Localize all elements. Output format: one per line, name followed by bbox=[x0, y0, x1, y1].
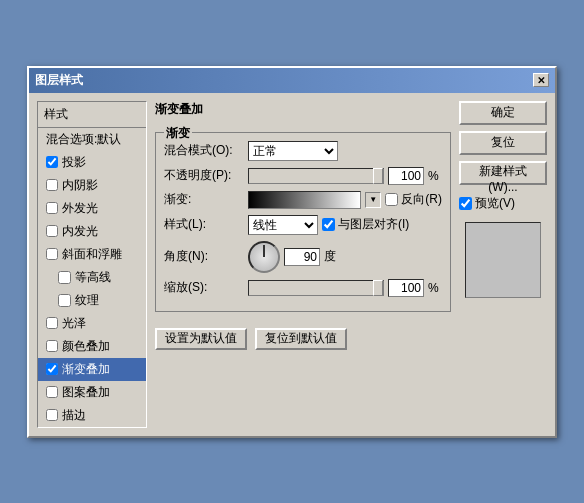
preview-label: 预览(V) bbox=[475, 195, 515, 212]
dialog-body: 样式 混合选项:默认 投影 内阴影 外发光 内发光 bbox=[29, 93, 555, 436]
sidebar-item-satin[interactable]: 光泽 bbox=[38, 312, 146, 335]
scale-unit: % bbox=[428, 281, 442, 295]
bevel-emboss-checkbox[interactable] bbox=[46, 248, 58, 260]
set-default-button[interactable]: 设置为默认值 bbox=[155, 328, 247, 350]
opacity-slider[interactable] bbox=[248, 168, 384, 184]
align-checkbox[interactable] bbox=[322, 218, 335, 231]
sidebar-item-label: 投影 bbox=[62, 154, 86, 171]
sidebar-item-label: 颜色叠加 bbox=[62, 338, 110, 355]
sidebar-item-texture[interactable]: 纹理 bbox=[38, 289, 146, 312]
opacity-label: 不透明度(P): bbox=[164, 167, 244, 184]
sidebar-item-blend-options[interactable]: 混合选项:默认 bbox=[38, 128, 146, 151]
sidebar-item-contour[interactable]: 等高线 bbox=[38, 266, 146, 289]
angle-dial[interactable] bbox=[248, 241, 280, 273]
sidebar-item-outer-glow[interactable]: 外发光 bbox=[38, 197, 146, 220]
gradient-overlay-checkbox[interactable] bbox=[46, 363, 58, 375]
bottom-buttons: 设置为默认值 复位到默认值 bbox=[155, 324, 451, 350]
texture-checkbox[interactable] bbox=[58, 294, 71, 307]
sidebar-item-label: 外发光 bbox=[62, 200, 98, 217]
blend-mode-label: 混合模式(O): bbox=[164, 142, 244, 159]
sidebar-item-stroke[interactable]: 描边 bbox=[38, 404, 146, 427]
inner-glow-checkbox[interactable] bbox=[46, 225, 58, 237]
ok-button[interactable]: 确定 bbox=[459, 101, 547, 125]
sidebar-item-drop-shadow[interactable]: 投影 bbox=[38, 151, 146, 174]
gradient-dropdown-arrow[interactable]: ▼ bbox=[365, 192, 381, 208]
scale-row: 缩放(S): % bbox=[164, 279, 442, 297]
sidebar-item-inner-glow[interactable]: 内发光 bbox=[38, 220, 146, 243]
style-row: 样式(L): 线性 与图层对齐(I) bbox=[164, 215, 442, 235]
preview-row: 预览(V) bbox=[459, 195, 547, 212]
dialog-title: 图层样式 bbox=[35, 72, 83, 89]
opacity-row: 不透明度(P): % bbox=[164, 167, 442, 185]
section-title: 渐变叠加 bbox=[155, 101, 451, 118]
style-label: 样式(L): bbox=[164, 216, 244, 233]
scale-label: 缩放(S): bbox=[164, 279, 244, 296]
sidebar-item-gradient-overlay[interactable]: 渐变叠加 bbox=[38, 358, 146, 381]
left-panel-header: 样式 bbox=[38, 102, 146, 128]
stroke-checkbox[interactable] bbox=[46, 409, 58, 421]
angle-unit: 度 bbox=[324, 248, 338, 265]
close-button[interactable]: ✕ bbox=[533, 73, 549, 87]
reverse-row: 反向(R) bbox=[385, 191, 442, 208]
sidebar-item-label: 内发光 bbox=[62, 223, 98, 240]
scale-slider[interactable] bbox=[248, 280, 384, 296]
sidebar-item-label: 内阴影 bbox=[62, 177, 98, 194]
contour-checkbox[interactable] bbox=[58, 271, 71, 284]
sidebar-item-label: 等高线 bbox=[75, 269, 111, 286]
outer-glow-checkbox[interactable] bbox=[46, 202, 58, 214]
reset-button[interactable]: 复位 bbox=[459, 131, 547, 155]
right-panel: 确定 复位 新建样式(W)... 预览(V) bbox=[459, 101, 547, 428]
new-style-button[interactable]: 新建样式(W)... bbox=[459, 161, 547, 185]
sidebar-item-pattern-overlay[interactable]: 图案叠加 bbox=[38, 381, 146, 404]
left-panel: 样式 混合选项:默认 投影 内阴影 外发光 内发光 bbox=[37, 101, 147, 428]
opacity-unit: % bbox=[428, 169, 442, 183]
drop-shadow-checkbox[interactable] bbox=[46, 156, 58, 168]
sidebar-item-label: 纹理 bbox=[75, 292, 99, 309]
middle-panel: 渐变叠加 渐变 混合模式(O): 正常 不透明度(P): bbox=[155, 101, 451, 428]
title-bar: 图层样式 ✕ bbox=[29, 68, 555, 93]
sidebar-item-label: 描边 bbox=[62, 407, 86, 424]
angle-input[interactable] bbox=[284, 248, 320, 266]
color-overlay-checkbox[interactable] bbox=[46, 340, 58, 352]
reverse-label: 反向(R) bbox=[401, 191, 442, 208]
angle-label: 角度(N): bbox=[164, 248, 244, 265]
style-select[interactable]: 线性 bbox=[248, 215, 318, 235]
sidebar-item-color-overlay[interactable]: 颜色叠加 bbox=[38, 335, 146, 358]
sidebar-item-label: 渐变叠加 bbox=[62, 361, 110, 378]
blend-mode-row: 混合模式(O): 正常 bbox=[164, 141, 442, 161]
gradient-row: 渐变: ▼ 反向(R) bbox=[164, 191, 442, 209]
inner-shadow-checkbox[interactable] bbox=[46, 179, 58, 191]
opacity-slider-row bbox=[248, 168, 384, 184]
gradient-label: 渐变: bbox=[164, 191, 244, 208]
align-row: 与图层对齐(I) bbox=[322, 216, 409, 233]
scale-input[interactable] bbox=[388, 279, 424, 297]
scale-slider-row bbox=[248, 280, 384, 296]
reset-default-button[interactable]: 复位到默认值 bbox=[255, 328, 347, 350]
pattern-overlay-checkbox[interactable] bbox=[46, 386, 58, 398]
sidebar-item-label: 斜面和浮雕 bbox=[62, 246, 122, 263]
sidebar-item-inner-shadow[interactable]: 内阴影 bbox=[38, 174, 146, 197]
satin-checkbox[interactable] bbox=[46, 317, 58, 329]
blend-mode-select[interactable]: 正常 bbox=[248, 141, 338, 161]
sidebar-item-label: 光泽 bbox=[62, 315, 86, 332]
sidebar-item-label: 混合选项:默认 bbox=[46, 131, 121, 148]
reverse-checkbox[interactable] bbox=[385, 193, 398, 206]
gradient-preview[interactable] bbox=[248, 191, 361, 209]
layer-style-dialog: 图层样式 ✕ 样式 混合选项:默认 投影 内阴影 外发光 bbox=[27, 66, 557, 438]
opacity-input[interactable] bbox=[388, 167, 424, 185]
gradient-group-box: 渐变 混合模式(O): 正常 不透明度(P): % bbox=[155, 132, 451, 312]
group-box-label: 渐变 bbox=[164, 125, 192, 142]
angle-row: 角度(N): 度 bbox=[164, 241, 442, 273]
align-label: 与图层对齐(I) bbox=[338, 216, 409, 233]
preview-box bbox=[465, 222, 541, 298]
preview-checkbox[interactable] bbox=[459, 197, 472, 210]
sidebar-item-bevel-emboss[interactable]: 斜面和浮雕 bbox=[38, 243, 146, 266]
sidebar-item-label: 图案叠加 bbox=[62, 384, 110, 401]
